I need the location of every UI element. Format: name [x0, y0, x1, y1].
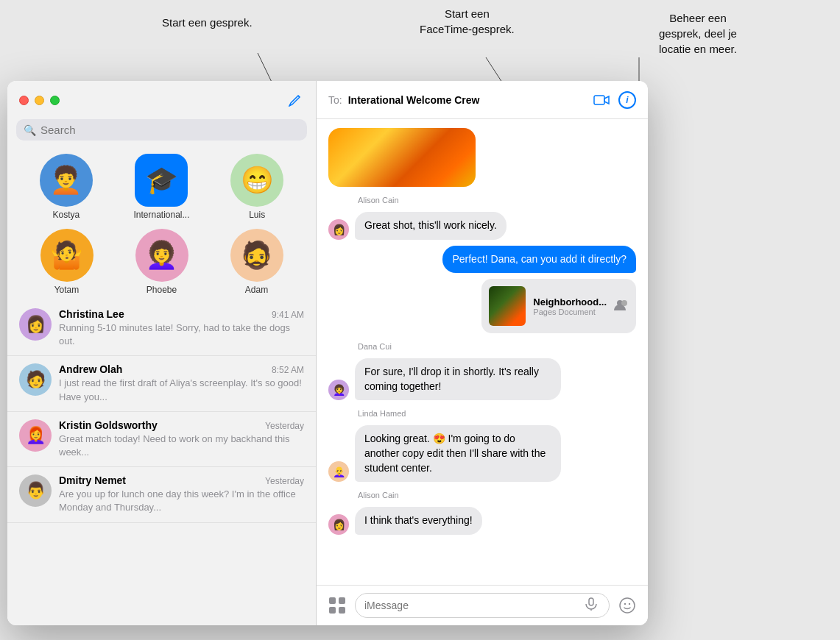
- msg-row-alison-2: 👩 I think that's everything!: [328, 507, 636, 535]
- svg-rect-10: [589, 598, 593, 605]
- avatar-item-phoebe[interactable]: 👩‍🦱 Phoebe: [135, 229, 188, 295]
- avatar-kostya: 🧑‍🦱: [40, 154, 93, 207]
- avatar-item-yotam[interactable]: 🤷 Yotam: [40, 229, 93, 295]
- message-input-wrapper[interactable]: [355, 593, 610, 618]
- msg-row-alison-1: 👩 Great shot, this'll work nicely.: [328, 212, 636, 240]
- avatar-row-2: 🤷 Yotam 👩‍🦱 Phoebe 🧔 Adam: [19, 229, 304, 295]
- bubble-linda: Looking great. 😍 I'm going to do another…: [355, 425, 561, 482]
- conversation-item-christina[interactable]: 👩 Christina Lee 9:41 AM Running 5-10 min…: [7, 301, 316, 356]
- apps-button[interactable]: [325, 594, 349, 617]
- conv-body-andrew: Andrew Olah 8:52 AM I just read the firs…: [59, 363, 304, 403]
- conv-body-christina: Christina Lee 9:41 AM Running 5-10 minut…: [59, 308, 304, 348]
- bubble-sent-1: Perfect! Dana, can you add it directly?: [442, 246, 636, 274]
- conv-time-kristin: Yesterday: [265, 421, 304, 431]
- avatar-row-1: 🧑‍🦱 Kostya 🎓 International... 😁 Luis: [19, 154, 304, 220]
- svg-rect-3: [594, 96, 604, 104]
- input-area: [317, 585, 648, 625]
- avatar-international: 🎓: [135, 154, 188, 207]
- conv-name-christina: Christina Lee: [59, 308, 124, 320]
- avatar-item-adam[interactable]: 🧔 Adam: [230, 229, 283, 295]
- svg-rect-6: [329, 597, 336, 604]
- chat-header: To: Interational Welcome Crew i: [317, 81, 648, 119]
- attachment-info: Neighborhood... Pages Document: [533, 296, 607, 316]
- conv-avatar-christina: 👩: [19, 308, 52, 341]
- emoji-button[interactable]: [615, 594, 639, 617]
- avatar-label-phoebe: Phoebe: [147, 285, 177, 295]
- titlebar: [7, 81, 316, 119]
- avatar-grid: 🧑‍🦱 Kostya 🎓 International... 😁 Luis: [7, 148, 316, 301]
- chat-recipient: Interational Welcome Crew: [348, 94, 585, 106]
- conv-name-dmitry: Dmitry Nemet: [59, 474, 126, 486]
- conversation-list: 👩 Christina Lee 9:41 AM Running 5-10 min…: [7, 301, 316, 625]
- avatar-label-adam: Adam: [245, 285, 268, 295]
- sender-label-linda: Linda Hamed: [358, 409, 636, 418]
- conversation-item-kristin[interactable]: 👩‍🦰 Kristin Goldsworthy Yesterday Great …: [7, 412, 316, 467]
- bubble-dana: For sure, I'll drop it in shortly. It's …: [355, 358, 561, 400]
- close-button[interactable]: [19, 96, 29, 105]
- avatar-label-kostya: Kostya: [52, 210, 80, 220]
- conv-preview-andrew: I just read the first draft of Aliya's s…: [59, 377, 304, 403]
- avatar-item-luis[interactable]: 😁 Luis: [230, 154, 283, 220]
- bubble-alison-1: Great shot, this'll work nicely.: [355, 212, 507, 240]
- conv-avatar-kristin: 👩‍🦰: [19, 419, 52, 452]
- svg-rect-9: [339, 607, 345, 614]
- svg-point-12: [620, 598, 635, 613]
- attachment-bubble: Neighborhood... Pages Document: [481, 279, 636, 333]
- avatar-item-international[interactable]: 🎓 International...: [133, 154, 189, 220]
- msg-row-dana: 👩‍🦱 For sure, I'll drop it in shortly. I…: [328, 358, 636, 400]
- attachment-thumb: [489, 286, 526, 326]
- msg-row-sent-1: Perfect! Dana, can you add it directly?: [328, 246, 636, 274]
- conv-time-dmitry: Yesterday: [265, 476, 304, 486]
- annotation-facetime: Start eenFaceTime-gesprek.: [420, 6, 515, 37]
- annotation-start-gesprek: Start een gesprek.: [162, 15, 253, 30]
- msg-row-attachment: Neighborhood... Pages Document: [328, 279, 636, 333]
- compose-button[interactable]: [286, 91, 304, 109]
- message-input[interactable]: [364, 600, 581, 611]
- search-bar[interactable]: 🔍: [16, 119, 307, 141]
- avatar-yotam: 🤷: [40, 229, 93, 282]
- conv-avatar-andrew: 🧑: [19, 363, 52, 396]
- conversation-item-dmitry[interactable]: 👨 Dmitry Nemet Yesterday Are you up for …: [7, 467, 316, 522]
- sidebar: 🔍 🧑‍🦱 Kostya 🎓 International...: [7, 81, 317, 625]
- conv-body-kristin: Kristin Goldsworthy Yesterday Great matc…: [59, 419, 304, 459]
- svg-rect-7: [339, 597, 345, 604]
- msg-avatar-alison-1: 👩: [328, 219, 349, 240]
- avatar-label-yotam: Yotam: [54, 285, 80, 295]
- conv-body-dmitry: Dmitry Nemet Yesterday Are you up for lu…: [59, 474, 304, 514]
- msg-avatar-linda: 👩‍🦲: [328, 461, 349, 482]
- facetime-button[interactable]: [590, 89, 613, 111]
- sender-label-dana: Dana Cui: [358, 342, 636, 351]
- attachment-name: Neighborhood...: [533, 296, 607, 307]
- conv-preview-dmitry: Are you up for lunch one day this week? …: [59, 488, 304, 514]
- attachment-group-icon: [614, 299, 629, 314]
- sender-label-alison-2: Alison Cain: [358, 491, 636, 499]
- messages-area[interactable]: Alison Cain 👩 Great shot, this'll work n…: [317, 119, 648, 585]
- bubble-alison-2: I think that's everything!: [355, 507, 482, 535]
- photo-preview: [328, 128, 476, 187]
- voice-input-icon: [585, 597, 597, 614]
- avatar-item-kostya[interactable]: 🧑‍🦱 Kostya: [40, 154, 93, 220]
- svg-rect-8: [329, 607, 336, 614]
- conv-time-christina: 9:41 AM: [272, 310, 304, 320]
- annotation-beheer: Beheer eengesprek, deel jelocatie en mee…: [659, 10, 737, 57]
- search-input[interactable]: [40, 124, 300, 136]
- avatar-phoebe: 👩‍🦱: [135, 229, 188, 282]
- messages-window: 🔍 🧑‍🦱 Kostya 🎓 International...: [7, 81, 648, 625]
- svg-point-13: [624, 603, 626, 605]
- conv-time-andrew: 8:52 AM: [272, 365, 304, 375]
- info-icon: i: [626, 95, 628, 105]
- msg-avatar-dana: 👩‍🦱: [328, 380, 349, 400]
- chat-area: To: Interational Welcome Crew i Alison C…: [317, 81, 648, 625]
- conv-avatar-dmitry: 👨: [19, 474, 52, 507]
- minimize-button[interactable]: [35, 96, 44, 105]
- avatar-luis: 😁: [230, 154, 283, 207]
- conv-name-kristin: Kristin Goldsworthy: [59, 419, 158, 431]
- conv-preview-kristin: Great match today! Need to work on my ba…: [59, 433, 304, 459]
- maximize-button[interactable]: [50, 96, 60, 105]
- conv-header-kristin: Kristin Goldsworthy Yesterday: [59, 419, 304, 431]
- avatar-label-international: International...: [133, 210, 189, 220]
- traffic-lights: [19, 96, 60, 105]
- conversation-item-andrew[interactable]: 🧑 Andrew Olah 8:52 AM I just read the fi…: [7, 356, 316, 411]
- msg-avatar-alison-2: 👩: [328, 514, 349, 535]
- info-button[interactable]: i: [618, 91, 636, 109]
